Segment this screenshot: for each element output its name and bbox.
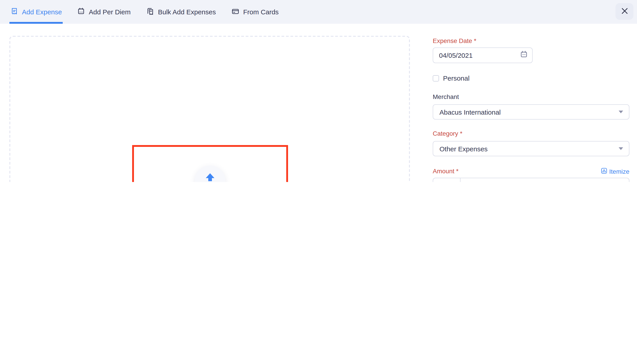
upload-arrow-icon xyxy=(205,173,216,182)
highlight-rectangle: Attach receipts from computer or cloud xyxy=(132,145,288,182)
tab-from-cards[interactable]: From Cards xyxy=(232,0,279,24)
tab-label: Add Per Diem xyxy=(89,8,131,16)
upload-receipt-button[interactable] xyxy=(195,166,225,182)
amount-input[interactable] xyxy=(460,178,629,182)
itemize-link[interactable]: Itemize xyxy=(601,168,629,175)
calendar-icon xyxy=(520,50,532,60)
tab-bulk-add-expenses[interactable]: Bulk Add Expenses xyxy=(146,0,216,24)
tab-label: From Cards xyxy=(243,8,279,16)
category-value: Other Expenses xyxy=(439,145,488,152)
tab-add-per-diem[interactable]: Add Per Diem xyxy=(78,0,131,24)
tab-label: Bulk Add Expenses xyxy=(158,8,216,16)
category-select[interactable]: Other Expenses xyxy=(433,141,629,156)
personal-label: Personal xyxy=(443,74,469,82)
add-expense-modal: Add Expense Add Per Diem xyxy=(0,0,637,182)
tab-add-expense[interactable]: Add Expense xyxy=(11,0,62,24)
expense-date-field[interactable] xyxy=(433,48,533,63)
merchant-value: Abacus International xyxy=(439,108,501,116)
personal-row: Personal xyxy=(433,74,469,82)
receipt-icon xyxy=(11,8,18,16)
currency-value: USD xyxy=(439,182,453,182)
chevron-down-icon xyxy=(619,147,623,150)
receipt-dropzone[interactable]: Attach receipts from computer or cloud xyxy=(10,36,410,182)
itemize-icon xyxy=(601,168,607,175)
merchant-select[interactable]: Abacus International xyxy=(433,104,629,120)
chevron-down-icon xyxy=(619,110,623,113)
receipts-stack-icon xyxy=(146,8,154,16)
amount-field: USD xyxy=(433,178,629,182)
itemize-text: Itemize xyxy=(609,168,629,175)
merchant-label: Merchant xyxy=(433,93,459,101)
expense-date-input[interactable] xyxy=(433,52,520,59)
category-label: Category * xyxy=(433,130,462,138)
tab-label: Add Expense xyxy=(22,8,62,16)
amount-header: Amount * Itemize xyxy=(433,168,629,175)
calendar-icon xyxy=(78,8,85,16)
expense-date-label: Expense Date * xyxy=(433,37,476,45)
credit-card-icon xyxy=(232,8,239,16)
expense-form-panel: Expense Date * Personal Merchant Abacus xyxy=(433,0,629,182)
currency-select[interactable]: USD xyxy=(433,178,460,182)
amount-label: Amount * xyxy=(433,168,458,175)
personal-checkbox[interactable] xyxy=(433,75,439,81)
